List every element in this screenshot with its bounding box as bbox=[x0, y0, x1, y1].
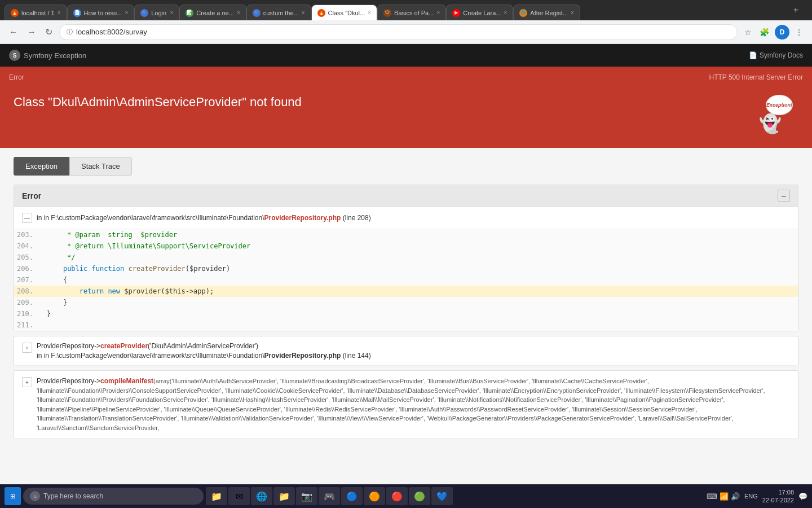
tab-title: Login bbox=[151, 10, 167, 16]
menu-button[interactable]: ⋮ bbox=[793, 25, 805, 39]
exception-ghost: Exception! 👻 bbox=[742, 95, 798, 134]
tab-close-icon[interactable]: × bbox=[237, 10, 240, 16]
tab-title: Create Lara... bbox=[463, 10, 501, 16]
exception-tab[interactable]: Exception bbox=[14, 157, 69, 176]
tab-close-icon[interactable]: × bbox=[125, 10, 128, 16]
browser-tab-t9[interactable]: 🌐 After Regist... × bbox=[513, 5, 580, 20]
tab-favicon: 🔥 bbox=[317, 9, 325, 17]
line-code: * @return \Illuminate\Support\ServicePro… bbox=[42, 242, 798, 251]
stack-text: ProviderRepository->compileManifest(arra… bbox=[37, 376, 790, 432]
stack-method: compileManifest bbox=[100, 377, 153, 385]
ghost-body: 👻 bbox=[759, 113, 782, 134]
tab-title: Basics of Pa... bbox=[394, 10, 434, 16]
address-actions: ☆ 🧩 D ⋮ bbox=[742, 25, 805, 40]
tab-favicon: 📝 bbox=[186, 9, 193, 17]
tab-title: localhost / 1 bbox=[21, 10, 55, 16]
stack-item-header: + ProviderRepository->createProvider('Dk… bbox=[14, 336, 798, 365]
bookmark-button[interactable]: ☆ bbox=[742, 25, 754, 39]
error-section: Error – — in in F:\customPackage\vendor\… bbox=[14, 185, 798, 331]
tab-title: After Regist... bbox=[530, 10, 568, 16]
stack-item-s2: + ProviderRepository->compileManifest(ar… bbox=[14, 370, 798, 439]
reload-button[interactable]: ↻ bbox=[43, 24, 55, 40]
line-number: 203. bbox=[14, 230, 42, 239]
browser-tab-t1[interactable]: 🔥 localhost / 1 × bbox=[5, 5, 67, 20]
symfony-logo-text: Symfony Exception bbox=[24, 51, 86, 60]
stack-toggle-btn[interactable]: + bbox=[22, 377, 32, 387]
stack-items-container: + ProviderRepository->createProvider('Dk… bbox=[14, 336, 798, 439]
line-number: 207. bbox=[14, 275, 42, 284]
tab-title: custum the... bbox=[263, 10, 299, 16]
line-number: 211. bbox=[14, 321, 42, 330]
browser-tab-t7[interactable]: 🛡 Basics of Pa... × bbox=[377, 5, 446, 20]
new-tab-button[interactable]: + bbox=[789, 5, 803, 15]
tab-bar: 🔥 localhost / 1 × 📄 How to reso... × 🔷 L… bbox=[5, 0, 789, 20]
line-code bbox=[42, 325, 798, 326]
stack-toggle-btn[interactable]: + bbox=[22, 343, 32, 353]
line-code: } bbox=[42, 298, 798, 307]
tab-favicon: 🔷 bbox=[253, 9, 261, 17]
symfony-logo-area: S Symfony Exception bbox=[9, 50, 86, 61]
symfony-docs-link[interactable]: 📄 Symfony Docs bbox=[749, 51, 803, 59]
browser-tab-t6[interactable]: 🔥 Class "Dkul... × bbox=[311, 5, 377, 20]
tab-title: How to reso... bbox=[84, 10, 122, 16]
forward-button[interactable]: → bbox=[25, 25, 38, 40]
tab-close-icon[interactable]: × bbox=[302, 10, 305, 16]
address-bar-row: ← → ↻ ⓘ localhost:8002/survay ☆ 🧩 D ⋮ bbox=[0, 20, 812, 44]
stack-method: createProvider bbox=[100, 342, 148, 350]
tab-close-icon[interactable]: × bbox=[170, 10, 173, 16]
tab-buttons: Exception Stack Trace bbox=[14, 157, 798, 176]
tab-close-icon[interactable]: × bbox=[58, 10, 61, 16]
exception-bubble: Exception! bbox=[766, 95, 793, 115]
code-line: 206. public function createProvider($pro… bbox=[14, 263, 798, 274]
code-line: 208. return new $provider($this->app); bbox=[14, 286, 798, 297]
tab-favicon: 🔥 bbox=[11, 9, 19, 17]
tab-favicon: 📄 bbox=[73, 9, 81, 17]
browser-tab-t2[interactable]: 📄 How to reso... × bbox=[67, 5, 135, 20]
error-label: Error bbox=[9, 73, 24, 81]
line-code: { bbox=[42, 275, 798, 284]
collapse-button[interactable]: – bbox=[778, 190, 790, 202]
line-number: 208. bbox=[14, 287, 42, 296]
error-title-bar: Class "Dkul\Admin\AdminServiceProvider" … bbox=[0, 88, 812, 148]
line-code: } bbox=[42, 309, 798, 318]
browser-tab-t8[interactable]: ▶ Create Lara... × bbox=[446, 5, 513, 20]
tab-close-icon[interactable]: × bbox=[504, 10, 507, 16]
tab-favicon: 🔷 bbox=[140, 9, 148, 17]
url-text: localhost:8002/survay bbox=[76, 28, 730, 36]
http-status: HTTP 500 Internal Server Error bbox=[709, 73, 803, 81]
stack-trace-tab[interactable]: Stack Trace bbox=[69, 157, 132, 176]
browser-tab-t3[interactable]: 🔷 Login × bbox=[134, 5, 179, 20]
file-path-text: in in F:\customPackage\vendor\laravel\fr… bbox=[37, 214, 371, 222]
address-box[interactable]: ⓘ localhost:8002/survay bbox=[59, 24, 738, 40]
code-block: 203. * @param string $provider 204. * @r… bbox=[14, 229, 798, 331]
line-code: * @param string $provider bbox=[42, 230, 798, 239]
extensions-button[interactable]: 🧩 bbox=[757, 25, 771, 39]
tab-close-icon[interactable]: × bbox=[368, 10, 371, 16]
back-button[interactable]: ← bbox=[7, 25, 20, 40]
tab-favicon: 🛡 bbox=[383, 9, 391, 17]
line-number: 206. bbox=[14, 264, 42, 273]
browser-chrome: 🔥 localhost / 1 × 📄 How to reso... × 🔷 L… bbox=[0, 0, 812, 20]
line-number: 205. bbox=[14, 253, 42, 262]
code-line: 210. } bbox=[14, 308, 798, 319]
error-title: Class "Dkul\Admin\AdminServiceProvider" … bbox=[14, 95, 742, 110]
error-section-header: Error – bbox=[14, 185, 798, 207]
tab-close-icon[interactable]: × bbox=[571, 10, 574, 16]
code-line: 205. */ bbox=[14, 252, 798, 263]
stack-item-s1: + ProviderRepository->createProvider('Dk… bbox=[14, 336, 798, 366]
symfony-topbar: S Symfony Exception 📄 Symfony Docs bbox=[0, 44, 812, 67]
stack-class: ProviderRepository-> bbox=[37, 377, 100, 385]
browser-tab-t5[interactable]: 🔷 custum the... × bbox=[246, 5, 311, 20]
browser-tab-t4[interactable]: 📝 Create a ne... × bbox=[179, 5, 246, 20]
file-info-row: — in in F:\customPackage\vendor\laravel\… bbox=[14, 207, 798, 229]
code-line: 204. * @return \Illuminate\Support\Servi… bbox=[14, 240, 798, 252]
tab-close-icon[interactable]: × bbox=[436, 10, 440, 16]
line-number: 209. bbox=[14, 298, 42, 307]
profile-button[interactable]: D bbox=[775, 25, 789, 40]
file-toggle[interactable]: — bbox=[22, 213, 32, 223]
page-content: Exception Stack Trace Error – — in in F:… bbox=[0, 148, 812, 487]
stack-text: ProviderRepository->createProvider('Dkul… bbox=[37, 342, 790, 360]
line-code: */ bbox=[42, 253, 798, 262]
code-line: 211. bbox=[14, 319, 798, 331]
code-line: 207. { bbox=[14, 274, 798, 286]
